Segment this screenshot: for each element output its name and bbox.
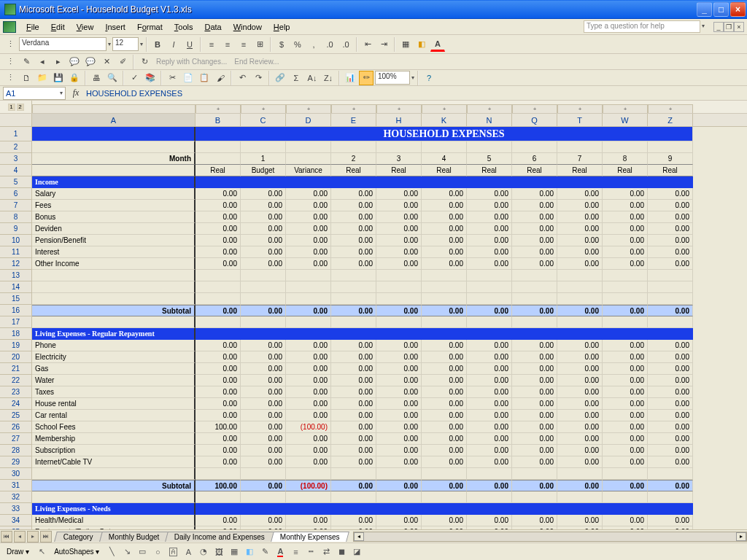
cell[interactable]	[422, 293, 467, 305]
cell[interactable]: Living Expenses - Regular Repayment	[32, 328, 196, 340]
cell[interactable]: 0.00	[467, 433, 512, 445]
cell[interactable]: 0.00	[557, 515, 603, 526]
cell[interactable]: 0.00	[331, 188, 376, 200]
cell[interactable]: 0.00	[376, 340, 422, 351]
cell[interactable]: 0.00	[241, 305, 286, 316]
cell[interactable]: 0.00	[286, 526, 331, 529]
cell[interactable]	[512, 270, 557, 281]
cell[interactable]	[557, 281, 603, 293]
column-header-T[interactable]: T	[557, 114, 603, 126]
format-painter-button[interactable]: 🖌	[213, 71, 228, 85]
cell[interactable]: 0.00	[241, 410, 286, 421]
cell[interactable]: 0.00	[557, 223, 603, 235]
cell[interactable]: 0.00	[603, 398, 648, 410]
scroll-right-button[interactable]: ▸	[736, 532, 746, 541]
tab-prev-button[interactable]: ◂	[14, 531, 26, 542]
column-header-A[interactable]: A	[32, 114, 196, 126]
cell[interactable]: 0.00	[331, 223, 376, 235]
horizontal-scrollbar[interactable]: ◂ ▸	[353, 532, 747, 542]
cell[interactable]: 0.00	[603, 456, 648, 468]
cell[interactable]	[376, 141, 422, 153]
cell[interactable]: 0.00	[241, 445, 286, 456]
row-header-29[interactable]: 29	[0, 456, 32, 468]
cell[interactable]: 0.00	[512, 258, 557, 270]
maximize-button[interactable]: □	[713, 2, 729, 17]
column-header-W[interactable]: W	[603, 114, 648, 126]
cell[interactable]	[196, 270, 241, 281]
cell[interactable]	[603, 141, 648, 153]
cell[interactable]: 0.00	[557, 398, 603, 410]
cell[interactable]	[196, 503, 241, 515]
cell[interactable]	[32, 281, 196, 293]
sheet-tab-daily-income-and-expenses[interactable]: Daily Income and Expenses	[165, 532, 274, 542]
cell[interactable]	[557, 491, 603, 503]
copy-button[interactable]: 📄	[181, 71, 196, 85]
cell[interactable]: 0.00	[241, 398, 286, 410]
cell[interactable]: 0.00	[648, 386, 693, 398]
cell[interactable]: 0.00	[467, 223, 512, 235]
cell[interactable]: 0.00	[603, 526, 648, 529]
cell[interactable]: 0.00	[603, 386, 648, 398]
cell[interactable]	[603, 293, 648, 305]
cell[interactable]: 0.00	[286, 188, 331, 200]
cell[interactable]: 0.00	[196, 235, 241, 246]
cell[interactable]: 0.00	[376, 223, 422, 235]
outline-col-Q[interactable]: +	[512, 104, 557, 113]
open-button[interactable]: 📁	[35, 71, 50, 85]
cell[interactable]	[196, 316, 241, 328]
cell[interactable]: 0.00	[648, 351, 693, 363]
outline-col-B[interactable]: +	[196, 104, 241, 113]
cell[interactable]	[512, 293, 557, 305]
sheet-title-cell[interactable]: HOUSEHOLD EXPENSES	[196, 127, 693, 141]
cell[interactable]	[241, 141, 286, 153]
column-header-N[interactable]: N	[467, 114, 512, 126]
cell[interactable]: 0.00	[422, 235, 467, 246]
cell[interactable]: 0.00	[196, 456, 241, 468]
cell[interactable]: 0.00	[422, 421, 467, 433]
cell[interactable]: 0.00	[286, 456, 331, 468]
rectangle-button[interactable]: ▭	[136, 545, 149, 559]
column-header-C[interactable]: C	[241, 114, 286, 126]
row-header-30[interactable]: 30	[0, 468, 32, 480]
cell[interactable]	[241, 491, 286, 503]
cell[interactable]	[648, 328, 693, 340]
cell[interactable]: 0.00	[422, 211, 467, 223]
cell[interactable]	[648, 176, 693, 188]
merge-center-button[interactable]: ⊞	[252, 37, 267, 52]
handle-icon[interactable]: ⋮	[3, 37, 18, 52]
font-size-select[interactable]: 12	[112, 37, 139, 51]
cell[interactable]: 0.00	[241, 246, 286, 258]
row-header-27[interactable]: 27	[0, 433, 32, 445]
scroll-left-button[interactable]: ◂	[354, 532, 364, 541]
cell[interactable]: 0.00	[603, 200, 648, 211]
cell[interactable]: 0.00	[557, 351, 603, 363]
cell[interactable]: 0.00	[648, 375, 693, 386]
cell[interactable]: 0.00	[331, 410, 376, 421]
cell[interactable]	[286, 328, 331, 340]
cell[interactable]: 0.00	[196, 375, 241, 386]
cell[interactable]: House rental	[32, 398, 196, 410]
cell[interactable]	[603, 468, 648, 480]
cell[interactable]: 0.00	[648, 363, 693, 375]
cell[interactable]: 0.00	[557, 188, 603, 200]
cell[interactable]: 0.00	[286, 223, 331, 235]
cell[interactable]: 0.00	[648, 398, 693, 410]
row-header-35[interactable]: 35	[0, 526, 32, 529]
cell[interactable]: 0.00	[603, 421, 648, 433]
cell[interactable]: 0.00	[467, 386, 512, 398]
cell[interactable]	[422, 270, 467, 281]
doc-close-button[interactable]: ×	[734, 22, 744, 32]
cut-button[interactable]: ✂	[165, 71, 179, 85]
delete-comment-button[interactable]: ✕	[99, 55, 114, 69]
minimize-button[interactable]: _	[697, 2, 712, 17]
paste-button[interactable]: 📋	[197, 71, 212, 85]
row-header-34[interactable]: 34	[0, 515, 32, 526]
cell[interactable]: 0.00	[512, 351, 557, 363]
cell[interactable]: 0.00	[241, 258, 286, 270]
cell[interactable]	[32, 141, 196, 153]
cell[interactable]: 0.00	[286, 410, 331, 421]
cell[interactable]: 0.00	[286, 211, 331, 223]
column-header-B[interactable]: B	[196, 114, 241, 126]
cell[interactable]: 0.00	[603, 305, 648, 316]
cell[interactable]: 0.00	[241, 211, 286, 223]
